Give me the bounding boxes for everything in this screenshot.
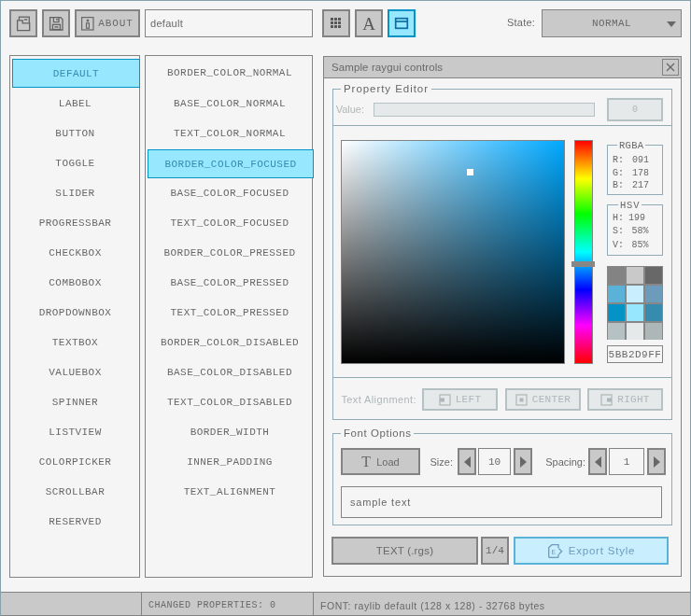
svg-text:E: E: [551, 548, 556, 556]
